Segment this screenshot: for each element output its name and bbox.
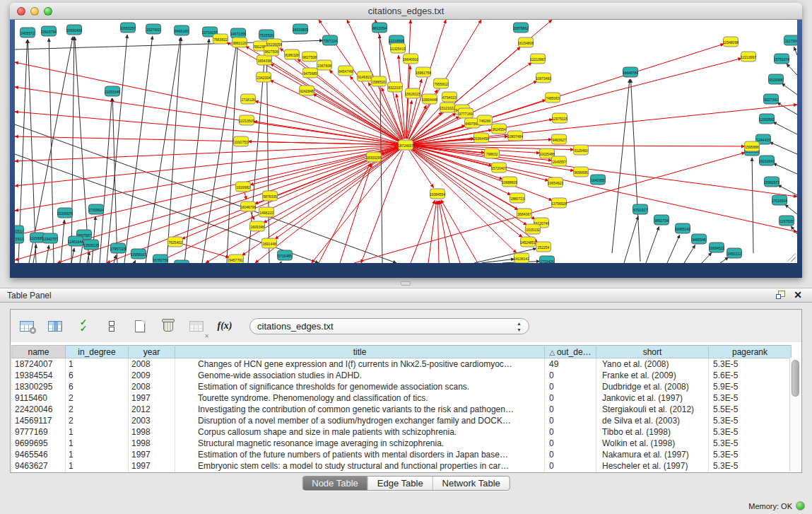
graph-edge[interactable] xyxy=(114,255,116,263)
graph-node[interactable]: 15720407 xyxy=(491,163,507,173)
table-row[interactable]: 946554611997Estimation of the future num… xyxy=(12,449,792,460)
graph-edge[interactable] xyxy=(124,36,153,263)
graph-edge[interactable] xyxy=(251,212,254,220)
panel-resize-handle[interactable] xyxy=(401,281,411,286)
graph-edge[interactable] xyxy=(428,201,437,263)
graph-node[interactable]: 12942757 xyxy=(42,233,58,244)
table-row[interactable]: 946362711997Embryonic stem cells: a mode… xyxy=(12,460,792,472)
graph-node[interactable]: 10958167 xyxy=(131,249,146,259)
graph-node[interactable]: 16640910 xyxy=(403,54,418,64)
graph-node[interactable]: 746266 xyxy=(477,115,493,126)
table-row[interactable]: 2242004622012Investigating the contribut… xyxy=(12,404,792,415)
select-all-button[interactable]: ✓✓ xyxy=(73,315,94,337)
graph-edge[interactable] xyxy=(134,260,136,263)
graph-edge[interactable] xyxy=(280,48,401,141)
graph-node[interactable]: 9115460 xyxy=(573,145,589,156)
graph-node[interactable]: 18300295 xyxy=(366,152,382,163)
graph-node[interactable]: 7663822 xyxy=(213,34,228,45)
graph-node[interactable]: 10684522 xyxy=(709,243,724,253)
tab-network-table[interactable]: Network Table xyxy=(433,477,510,490)
graph-edge[interactable] xyxy=(624,216,638,263)
graph-edge[interactable] xyxy=(646,226,659,263)
column-header-title[interactable]: title xyxy=(175,346,545,358)
graph-edge[interactable] xyxy=(684,245,695,263)
graph-node[interactable]: 9457791 xyxy=(228,255,244,264)
graph-edge[interactable] xyxy=(202,40,237,263)
graph-node[interactable]: 20364456 xyxy=(473,133,489,144)
graph-node[interactable]: 1595888 xyxy=(744,141,760,152)
graph-node[interactable]: 1691448 xyxy=(261,238,277,249)
graph-edge[interactable] xyxy=(787,64,797,75)
graph-edge[interactable] xyxy=(782,83,797,95)
graph-node[interactable]: 9892734 xyxy=(654,215,669,226)
table-settings-button[interactable] xyxy=(16,315,37,337)
graph-node[interactable]: 3684067 xyxy=(517,209,532,219)
table-row[interactable]: 1456911722003Disruption of a novel membe… xyxy=(12,415,792,426)
graph-node[interactable]: 16210643 xyxy=(759,156,775,166)
graph-node[interactable]: 2718126 xyxy=(240,94,256,105)
graph-edge[interactable] xyxy=(773,163,797,174)
graph-node[interactable]: 20691406 xyxy=(66,25,82,35)
graph-node[interactable]: 16965142 xyxy=(675,223,690,234)
graph-node[interactable]: 14136141 xyxy=(514,253,529,264)
show-columns-button[interactable] xyxy=(45,315,66,337)
graph-node[interactable]: 16033809 xyxy=(293,24,308,35)
graph-edge[interactable] xyxy=(71,37,74,263)
graph-edge[interactable] xyxy=(399,55,405,139)
graph-node[interactable]: 5878335 xyxy=(262,191,278,201)
graph-edge[interactable] xyxy=(631,79,640,262)
table-row[interactable]: 1830029562008Estimation of significance … xyxy=(12,381,792,392)
graph-node[interactable]: 2367608 xyxy=(317,60,332,71)
graph-edge[interactable] xyxy=(667,235,680,263)
graph-node[interactable]: 2450212 xyxy=(726,248,742,259)
table-row[interactable]: 977716911998Corpus callosum shape and si… xyxy=(12,426,792,438)
graph-node[interactable]: 11325419 xyxy=(390,43,406,54)
graph-node[interactable]: 8454749 xyxy=(338,66,353,76)
graph-node[interactable]: 15992971 xyxy=(764,177,779,187)
table-row[interactable]: 911546021997Tourette syndrome. Phenomeno… xyxy=(12,392,792,404)
graph-node[interactable]: 17016504 xyxy=(772,195,787,206)
graph-node[interactable]: 9860128 xyxy=(232,37,247,48)
graph-node[interactable]: 12213509 xyxy=(239,115,254,126)
graph-node[interactable]: 16782759 xyxy=(153,255,168,264)
graph-node[interactable]: 8322037 xyxy=(387,82,403,93)
graph-node[interactable]: 7485063 xyxy=(545,93,560,103)
graph-node[interactable]: 21053346 xyxy=(105,86,120,97)
graph-node[interactable]: 9463627 xyxy=(551,134,567,145)
graph-node[interactable]: 5716485 xyxy=(277,250,293,261)
graph-edge[interactable] xyxy=(28,40,36,263)
graph-node[interactable]: 9827508 xyxy=(302,52,317,62)
graph-edge[interactable] xyxy=(702,252,712,263)
graph-node[interactable]: 17359924 xyxy=(88,204,104,215)
graph-node[interactable]: 1498222 xyxy=(259,207,274,218)
graph-node[interactable]: 10653257 xyxy=(120,23,136,33)
graph-node[interactable]: 16648784 xyxy=(623,67,638,78)
graph-node[interactable]: 18724007 xyxy=(398,140,413,151)
graph-node[interactable]: 9146821 xyxy=(357,71,372,82)
graph-edge[interactable] xyxy=(49,38,54,263)
graph-node[interactable]: 12093582 xyxy=(759,114,775,124)
graph-node[interactable]: 19904448 xyxy=(422,94,437,105)
graph-node[interactable]: 13505135 xyxy=(83,240,99,250)
graph-node[interactable]: 1167535 xyxy=(779,216,794,226)
table-row[interactable]: 1872400712008Changes of HCN gene express… xyxy=(12,358,792,370)
graph-node[interactable]: 9465546 xyxy=(691,234,707,245)
graph-node[interactable]: 798632 xyxy=(484,148,500,159)
graph-edge[interactable] xyxy=(29,37,73,263)
graph-node[interactable]: 252254 xyxy=(536,242,551,252)
graph-node[interactable]: 16961758 xyxy=(416,67,431,78)
graph-node[interactable]: 9777169 xyxy=(458,108,473,119)
graph-node[interactable]: 8466160 xyxy=(174,25,189,36)
graph-node[interactable]: 15751074 xyxy=(774,54,789,64)
graph-node[interactable]: 8813054 xyxy=(372,23,387,33)
graph-node[interactable]: 23915794 xyxy=(41,26,57,37)
graph-edge[interactable] xyxy=(777,103,797,115)
graph-node[interactable]: 9227341 xyxy=(763,94,779,105)
graph-node[interactable]: 1015132 xyxy=(525,224,541,235)
graph-edge[interactable] xyxy=(112,98,117,263)
graph-node[interactable]: 9827506 xyxy=(264,46,279,57)
delete-table-button[interactable]: ✕ xyxy=(186,315,207,337)
graph-node[interactable]: 19384554 xyxy=(430,189,445,199)
graph-edge[interactable] xyxy=(245,193,246,200)
graph-node[interactable]: 10688609 xyxy=(502,177,517,187)
